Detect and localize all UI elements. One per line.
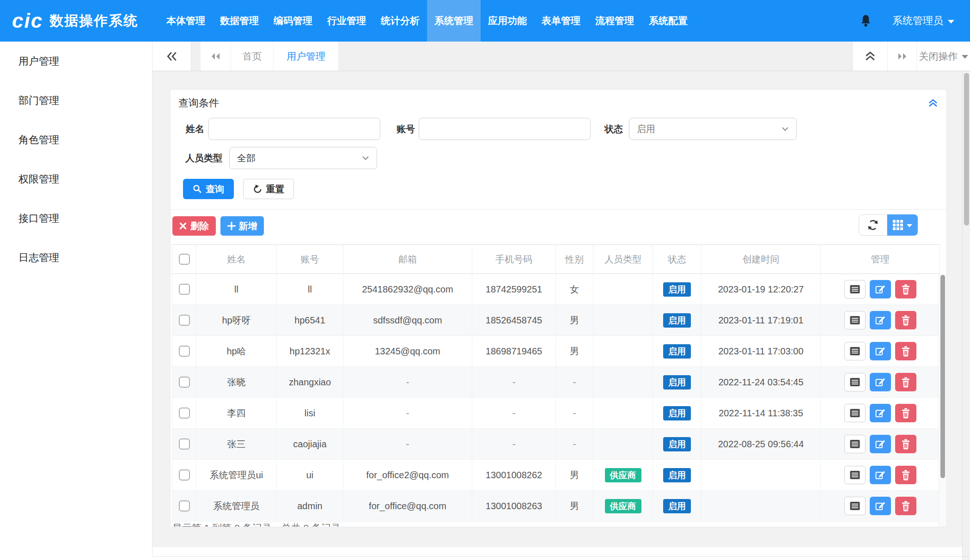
- detail-icon: [849, 470, 860, 480]
- row-delete-button[interactable]: [895, 373, 916, 391]
- name-input[interactable]: [208, 118, 380, 140]
- edit-icon: [875, 346, 885, 356]
- row-delete-button[interactable]: [895, 404, 916, 422]
- cell-manage: [821, 367, 940, 398]
- nav-item-编码管理[interactable]: 编码管理: [266, 0, 320, 42]
- tabs-scroll-right-button[interactable]: [887, 42, 916, 71]
- nav-item-数据管理[interactable]: 数据管理: [213, 0, 266, 42]
- tabs-scroll-left-button[interactable]: [201, 42, 231, 71]
- nav-item-系统配置[interactable]: 系统配置: [641, 0, 695, 42]
- nav-right: 系统管理员: [860, 0, 970, 42]
- row-detail-button[interactable]: [844, 404, 866, 422]
- grid-icon: [893, 220, 903, 230]
- person-type-badge: 供应商: [605, 499, 641, 513]
- nav-item-流程管理[interactable]: 流程管理: [588, 0, 641, 42]
- row-checkbox[interactable]: [179, 469, 190, 481]
- tab-home[interactable]: 首页: [231, 42, 274, 71]
- cell-account: admin: [277, 491, 343, 522]
- row-delete-button[interactable]: [895, 342, 916, 360]
- row-edit-button[interactable]: [870, 342, 891, 360]
- sidebar-collapse-button[interactable]: [153, 42, 191, 71]
- tabbar-spacer: [338, 42, 852, 71]
- add-button[interactable]: 新增: [220, 216, 264, 236]
- row-delete-button[interactable]: [895, 497, 916, 515]
- double-chevron-left-icon: [166, 50, 178, 62]
- row-edit-button[interactable]: [870, 373, 891, 391]
- reset-button[interactable]: 重置: [243, 179, 294, 199]
- cell-account: hp12321x: [277, 336, 343, 367]
- row-edit-button[interactable]: [870, 404, 891, 422]
- page-scrollbar-thumb[interactable]: [964, 73, 969, 225]
- row-detail-button[interactable]: [844, 342, 866, 360]
- header-账号: 账号: [277, 244, 343, 274]
- cell-status: 启用: [653, 336, 702, 367]
- row-edit-button[interactable]: [870, 311, 891, 329]
- row-checkbox[interactable]: [179, 408, 190, 419]
- nav-item-本体管理[interactable]: 本体管理: [159, 0, 213, 42]
- nav-item-表单管理[interactable]: 表单管理: [534, 0, 588, 42]
- row-delete-button[interactable]: [895, 466, 916, 484]
- row-detail-button[interactable]: [844, 373, 866, 391]
- refresh-button[interactable]: [859, 214, 887, 236]
- sidebar-item-部门管理[interactable]: 部门管理: [0, 81, 152, 120]
- search-button[interactable]: 查询: [183, 179, 234, 199]
- status-select-value: 启用: [637, 123, 781, 135]
- row-edit-button[interactable]: [870, 435, 891, 453]
- row-delete-button[interactable]: [895, 435, 916, 453]
- nav-item-行业管理[interactable]: 行业管理: [320, 0, 373, 42]
- user-name: 系统管理员: [892, 14, 943, 28]
- double-chevron-up-icon: [864, 51, 876, 62]
- status-badge: 启用: [663, 406, 691, 420]
- columns-dropdown-button[interactable]: [887, 214, 918, 236]
- cell-status: 启用: [653, 491, 702, 522]
- row-delete-button[interactable]: [895, 311, 916, 329]
- nav-item-系统管理[interactable]: 系统管理: [427, 0, 481, 42]
- row-checkbox[interactable]: [179, 438, 190, 450]
- cell-name: hp呀呀: [196, 305, 277, 336]
- header-checkbox-cell: [172, 244, 196, 274]
- cell-created-time: [702, 491, 821, 522]
- row-checkbox[interactable]: [179, 377, 190, 388]
- row-detail-button[interactable]: [844, 280, 866, 298]
- detail-icon: [849, 439, 860, 449]
- cell-phone: 18526458745: [472, 305, 556, 336]
- row-checkbox[interactable]: [179, 346, 190, 357]
- row-detail-button[interactable]: [844, 435, 866, 453]
- row-edit-button[interactable]: [870, 280, 891, 298]
- close-operations-dropdown[interactable]: 关闭操作: [916, 42, 970, 71]
- row-edit-button[interactable]: [870, 497, 891, 515]
- sidebar-item-接口管理[interactable]: 接口管理: [0, 199, 152, 238]
- sidebar-item-权限管理[interactable]: 权限管理: [0, 159, 152, 199]
- table-scrollbar-thumb[interactable]: [940, 275, 945, 478]
- nav-item-应用功能[interactable]: 应用功能: [481, 0, 534, 42]
- row-delete-button[interactable]: [895, 280, 916, 298]
- select-all-checkbox[interactable]: [179, 254, 190, 265]
- row-detail-button[interactable]: [844, 497, 866, 515]
- delete-button[interactable]: 删除: [172, 216, 216, 236]
- row-detail-button[interactable]: [844, 466, 866, 484]
- cell-created-time: 2022-11-14 11:38:35: [702, 398, 821, 429]
- row-edit-button[interactable]: [870, 466, 891, 484]
- cell-email: -: [343, 398, 472, 429]
- detail-icon: [849, 316, 860, 325]
- sidebar-item-日志管理[interactable]: 日志管理: [0, 238, 152, 277]
- sidebar-item-用户管理[interactable]: 用户管理: [0, 42, 152, 81]
- notification-bell-icon[interactable]: [860, 14, 872, 28]
- row-detail-button[interactable]: [844, 311, 866, 329]
- sidebar-item-角色管理[interactable]: 角色管理: [0, 120, 152, 159]
- cell-email: 2541862932@qq.com: [343, 274, 472, 305]
- user-menu[interactable]: 系统管理员: [892, 14, 954, 28]
- query-collapse-button[interactable]: [928, 98, 938, 110]
- row-checkbox[interactable]: [179, 315, 190, 326]
- nav-item-统计分析[interactable]: 统计分析: [373, 0, 427, 42]
- person-type-select[interactable]: 全部: [229, 147, 377, 169]
- account-input[interactable]: [419, 118, 591, 140]
- tab-user-management[interactable]: 用户管理: [274, 42, 338, 71]
- status-select[interactable]: 启用: [629, 118, 797, 140]
- tabs-collapse-up-button[interactable]: [852, 42, 887, 71]
- row-checkbox[interactable]: [179, 500, 190, 511]
- refresh-icon: [867, 219, 879, 231]
- row-checkbox[interactable]: [179, 284, 190, 295]
- trash-icon: [901, 501, 910, 511]
- cell-email: for_office2@qq.com: [343, 460, 472, 491]
